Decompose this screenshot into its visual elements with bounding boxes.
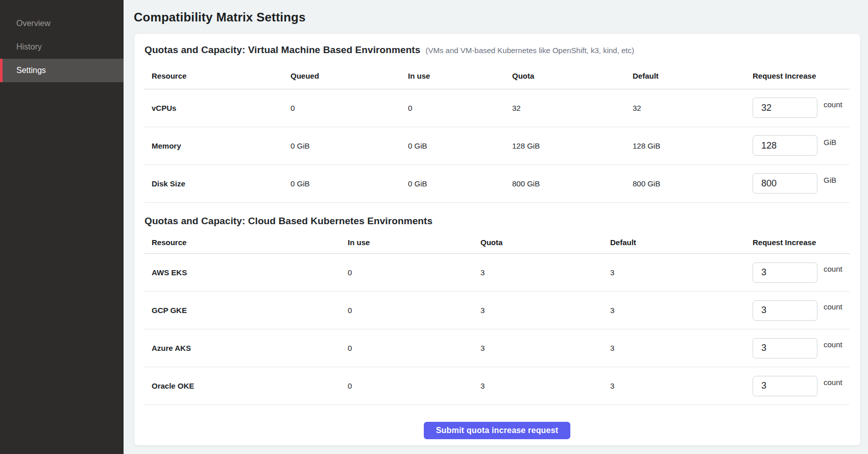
sidebar-item-overview[interactable]: Overview [0,12,124,35]
sidebar-item-label: Overview [16,19,51,28]
default-value: 800 GiB [625,164,745,202]
col-header-default: Default [603,231,745,254]
sidebar-item-label: Settings [16,66,46,75]
col-header-request-increase: Request Increase [745,63,850,89]
quota-value: 32 [505,89,625,127]
cloud-table-header-row: Resource In use Quota Default Request In… [144,231,850,254]
disk-size-request-input[interactable] [753,173,817,194]
in-use-value: 0 [341,367,473,405]
default-value: 3 [603,292,745,329]
col-header-resource: Resource [144,63,283,89]
in-use-value: 0 [401,89,505,127]
gcp-gke-request-input[interactable] [753,300,817,321]
quota-value: 128 GiB [505,127,625,164]
col-header-request-increase: Request Increase [745,231,850,254]
cloud-quota-table: Resource In use Quota Default Request In… [144,231,850,405]
page-title: Compatibility Matrix Settings [134,0,861,33]
unit-label: count [824,378,842,387]
unit-label: count [824,302,842,311]
default-value: 32 [625,89,745,127]
queued-value: 0 [283,89,401,127]
vm-section-title: Quotas and Capacity: Virtual Machine Bas… [144,44,420,56]
resource-name: Oracle OKE [144,367,341,405]
resource-name: vCPUs [144,89,283,127]
default-value: 3 [603,254,745,292]
table-row-gcp-gke: GCP GKE 0 3 3 count [144,292,850,329]
resource-name: Disk Size [144,164,283,202]
sidebar: Overview History Settings [0,0,124,454]
col-header-quota: Quota [473,231,603,254]
table-row-vcpus: vCPUs 0 0 32 32 count [144,89,850,127]
cloud-quota-section: Quotas and Capacity: Cloud Based Kuberne… [144,215,850,405]
submit-quota-button[interactable]: Submit quota increase request [424,422,571,439]
quota-value: 3 [473,367,603,405]
col-header-queued: Queued [283,63,401,89]
in-use-value: 0 GiB [401,127,505,164]
col-header-resource: Resource [144,231,341,254]
in-use-value: 0 [341,292,473,329]
vm-section-subtitle: (VMs and VM-based Kubernetes like OpenSh… [425,46,634,55]
table-row-azure-aks: Azure AKS 0 3 3 count [144,329,850,367]
in-use-value: 0 [341,254,473,292]
sidebar-item-history[interactable]: History [0,35,124,59]
vm-table-header-row: Resource Queued In use Quota Default Req… [144,63,850,89]
vm-section-heading: Quotas and Capacity: Virtual Machine Bas… [144,44,850,56]
default-value: 3 [603,367,745,405]
in-use-value: 0 [341,329,473,367]
oracle-oke-request-input[interactable] [753,376,817,396]
table-row-memory: Memory 0 GiB 0 GiB 128 GiB 128 GiB GiB [144,127,850,164]
resource-name: Azure AKS [144,329,341,367]
cloud-section-title: Quotas and Capacity: Cloud Based Kuberne… [144,215,432,227]
vcpus-request-input[interactable] [753,98,817,118]
memory-request-input[interactable] [753,135,817,156]
table-row-aws-eks: AWS EKS 0 3 3 count [144,254,850,292]
unit-label: GiB [824,138,836,147]
resource-name: GCP GKE [144,292,341,329]
col-header-in-use: In use [341,231,473,254]
table-row-disk-size: Disk Size 0 GiB 0 GiB 800 GiB 800 GiB Gi… [144,164,850,202]
col-header-default: Default [625,63,745,89]
sidebar-item-label: History [16,42,42,52]
sidebar-item-settings[interactable]: Settings [0,59,124,82]
vm-quota-table: Resource Queued In use Quota Default Req… [144,63,850,203]
unit-label: count [824,100,842,109]
quota-value: 800 GiB [505,164,625,202]
col-header-quota: Quota [505,63,625,89]
footer-row: Submit quota increase request [144,405,850,439]
table-row-oracle-oke: Oracle OKE 0 3 3 count [144,367,850,405]
vm-quota-section: Quotas and Capacity: Virtual Machine Bas… [144,44,850,203]
unit-label: count [824,265,842,273]
main-content: Compatibility Matrix Settings Quotas and… [124,0,868,454]
default-value: 128 GiB [625,127,745,164]
quota-value: 3 [473,329,603,367]
queued-value: 0 GiB [283,164,401,202]
cloud-section-heading: Quotas and Capacity: Cloud Based Kuberne… [144,215,850,227]
col-header-in-use: In use [401,63,505,89]
azure-aks-request-input[interactable] [753,338,817,359]
resource-name: Memory [144,127,283,164]
settings-card: Quotas and Capacity: Virtual Machine Bas… [134,33,861,446]
resource-name: AWS EKS [144,254,341,292]
unit-label: count [824,340,842,349]
unit-label: GiB [824,176,836,184]
quota-value: 3 [473,254,603,292]
in-use-value: 0 GiB [401,164,505,202]
default-value: 3 [603,329,745,367]
queued-value: 0 GiB [283,127,401,164]
aws-eks-request-input[interactable] [753,262,817,283]
quota-value: 3 [473,292,603,329]
